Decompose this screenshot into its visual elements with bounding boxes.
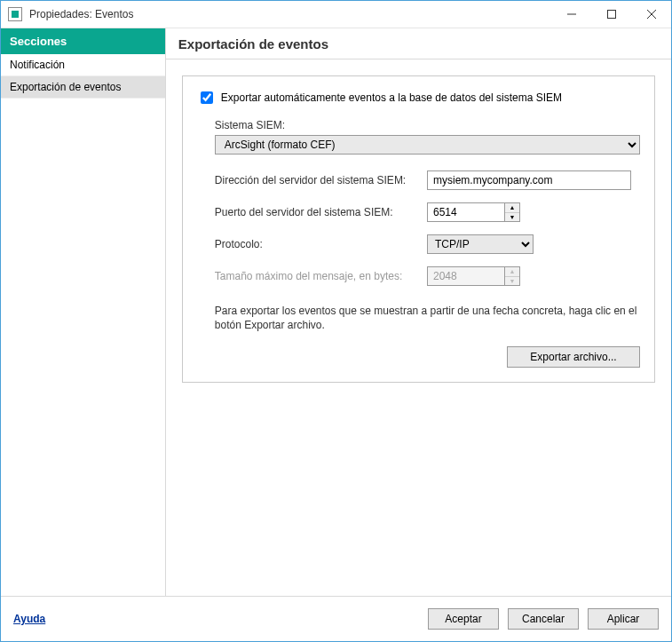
- cancel-button[interactable]: Cancelar: [508, 608, 579, 630]
- server-port-stepper[interactable]: ▲ ▼: [427, 202, 640, 222]
- close-button[interactable]: [631, 1, 671, 28]
- auto-export-label: Exportar automáticamente eventos a la ba…: [221, 91, 562, 104]
- max-message-size-input: [427, 266, 505, 286]
- sidebar-item-label: Exportación de eventos: [10, 81, 121, 93]
- export-hint-text: Para exportar los eventos que se muestra…: [215, 304, 640, 332]
- siem-system-label: Sistema SIEM:: [215, 119, 640, 131]
- sidebar-item-event-export[interactable]: Exportación de eventos: [1, 76, 165, 99]
- siem-system-select[interactable]: ArcSight (formato CEF): [215, 135, 640, 155]
- page-title: Exportación de eventos: [166, 28, 671, 59]
- export-file-button[interactable]: Exportar archivo...: [507, 346, 640, 368]
- max-message-size-stepper: ▲ ▼: [427, 266, 640, 286]
- app-icon: [8, 7, 22, 21]
- port-step-down-icon[interactable]: ▼: [505, 213, 519, 222]
- sidebar-item-notification[interactable]: Notificación: [1, 54, 165, 76]
- svg-rect-0: [607, 11, 615, 19]
- dialog-footer: Ayuda Aceptar Cancelar Aplicar: [1, 596, 671, 641]
- server-port-label: Puerto del servidor del sistema SIEM:: [215, 206, 427, 218]
- window-title: Propiedades: Eventos: [29, 8, 133, 20]
- title-bar: Propiedades: Eventos: [1, 1, 671, 28]
- minimize-button[interactable]: [551, 1, 591, 28]
- port-step-up-icon[interactable]: ▲: [505, 203, 519, 213]
- sidebar-item-label: Notificación: [10, 59, 65, 71]
- maximize-button[interactable]: [591, 1, 631, 28]
- auto-export-checkbox[interactable]: [201, 91, 213, 104]
- dialog-window: Propiedades: Eventos Secciones Notificac…: [0, 0, 672, 642]
- auto-export-checkbox-row[interactable]: Exportar automáticamente eventos a la ba…: [197, 89, 640, 107]
- server-address-input[interactable]: [427, 170, 631, 190]
- sections-sidebar: Secciones Notificación Exportación de ev…: [1, 28, 166, 596]
- server-port-input[interactable]: [427, 202, 505, 222]
- protocol-select[interactable]: TCP/IP: [427, 234, 534, 254]
- help-link[interactable]: Ayuda: [13, 613, 45, 625]
- server-address-label: Dirección del servidor del sistema SIEM:: [215, 174, 427, 186]
- msg-step-down-icon: ▼: [505, 277, 519, 286]
- msg-step-up-icon: ▲: [505, 267, 519, 277]
- protocol-label: Protocolo:: [215, 238, 427, 250]
- sidebar-header: Secciones: [1, 28, 165, 54]
- ok-button[interactable]: Aceptar: [428, 608, 499, 630]
- apply-button[interactable]: Aplicar: [588, 608, 659, 630]
- settings-panel: Exportar automáticamente eventos a la ba…: [182, 75, 655, 383]
- max-message-size-label: Tamaño máximo del mensaje, en bytes:: [215, 270, 427, 282]
